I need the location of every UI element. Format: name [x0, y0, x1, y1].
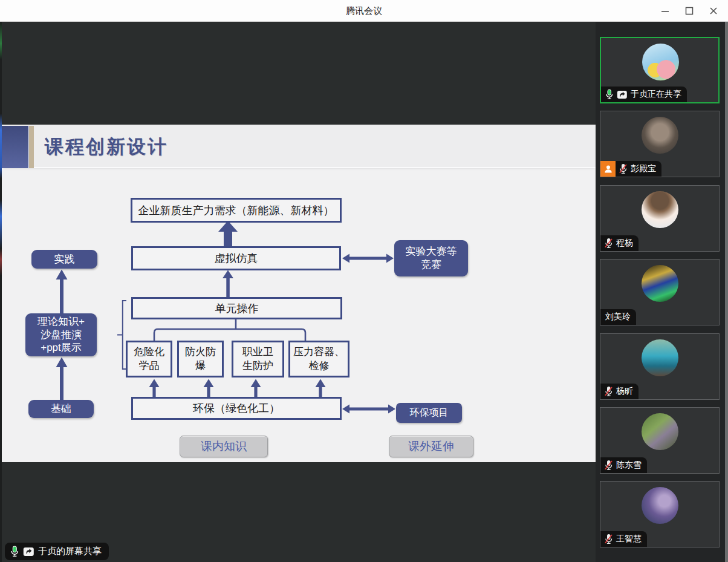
avatar	[642, 191, 678, 228]
close-button[interactable]	[704, 2, 723, 20]
avatar	[642, 413, 678, 450]
participant-name: 于贞正在共享	[631, 89, 681, 100]
mic-muted-icon	[604, 237, 613, 249]
participant-label: 陈东雪	[600, 457, 647, 473]
participants-scrollbar[interactable]	[725, 22, 728, 562]
participant-tile[interactable]: 于贞正在共享	[600, 37, 720, 103]
close-icon	[709, 7, 718, 15]
mic-muted-icon	[604, 459, 613, 471]
member-orange-badge	[600, 161, 616, 177]
participant-label: 彭殿宝	[600, 161, 661, 177]
tencent-meeting-window: 腾讯会议 课程创新设计	[0, 0, 728, 562]
maximize-icon	[685, 7, 694, 15]
screen-share-icon	[23, 547, 34, 557]
participant-tile[interactable]: 彭殿宝	[600, 111, 720, 177]
flow-node-fire-explosion: 防火防 爆	[177, 341, 224, 377]
participant-label: 杨昕	[600, 384, 639, 399]
participant-name: 刘美玲	[605, 312, 631, 322]
participant-tile[interactable]: 程杨	[600, 185, 720, 252]
minimize-icon	[661, 7, 669, 15]
participant-name: 杨昕	[616, 386, 633, 397]
participant-tile[interactable]: 王智慧	[600, 481, 720, 547]
participant-name: 程杨	[616, 238, 633, 249]
screen-share-label: 于贞的屏幕共享	[38, 546, 102, 557]
participant-name: 王智慧	[616, 534, 642, 544]
flow-node-pressure-vessel: 压力容器、 检修	[288, 341, 349, 377]
avatar	[642, 339, 678, 376]
avatar	[642, 44, 679, 80]
flow-node-enterprise-demand: 企业新质生产力需求（新能源、新材料）	[131, 198, 342, 223]
participant-label: 程杨	[600, 235, 639, 251]
participant-tile[interactable]: 刘美玲	[600, 259, 720, 325]
slide-title: 课程创新设计	[45, 125, 168, 168]
flow-node-practice: 实践	[31, 250, 97, 269]
minimize-button[interactable]	[655, 2, 675, 20]
shared-screen-area: 课程创新设计 企业新质生产力需求（新能源、新材料） 虚拟仿真 实验大赛等	[0, 22, 596, 562]
avatar	[642, 117, 678, 154]
participant-name: 陈东雪	[616, 460, 642, 471]
maximize-button[interactable]	[680, 2, 699, 20]
mic-active-icon	[10, 545, 19, 558]
flow-node-theory: 理论知识+ 沙盘推演 +ppt展示	[25, 313, 97, 356]
titlebar: 腾讯会议	[0, 0, 728, 22]
person-icon	[603, 163, 614, 174]
flow-node-occupational-health: 职业卫 生防护	[232, 341, 284, 377]
legend-inner-knowledge: 课内知识	[180, 436, 268, 457]
participant-label: 刘美玲	[600, 309, 636, 325]
avatar	[642, 265, 678, 302]
mic-muted-icon	[604, 385, 613, 397]
presentation-slide: 课程创新设计 企业新质生产力需求（新能源、新材料） 虚拟仿真 实验大赛等	[2, 125, 596, 462]
flow-node-environment: 环保（绿色化工）	[131, 397, 342, 420]
mic-muted-icon	[604, 533, 613, 545]
participants-panel: 于贞正在共享 彭殿宝 程杨	[596, 22, 728, 562]
participant-tile[interactable]: 陈东雪	[600, 407, 720, 474]
avatar	[642, 487, 678, 524]
flow-node-env-project: 环保项目	[396, 403, 462, 423]
window-title: 腾讯会议	[0, 0, 728, 22]
slide-title-band: 课程创新设计	[2, 125, 596, 168]
participant-name: 彭殿宝	[631, 163, 656, 174]
participant-label: 王智慧	[600, 531, 647, 547]
flow-node-competition: 实验大赛等 竞赛	[394, 240, 468, 276]
flow-node-unit-operation: 单元操作	[131, 297, 342, 319]
mic-active-icon	[605, 88, 614, 100]
flow-node-virtual-simulation: 虚拟仿真	[131, 246, 341, 270]
flow-node-hazardous-chemicals: 危险化 学品	[126, 341, 172, 377]
participant-tile[interactable]: 杨昕	[600, 333, 720, 400]
flow-node-base: 基础	[28, 400, 94, 418]
legend-outer-extension: 课外延伸	[389, 436, 473, 457]
screen-share-icon	[617, 90, 628, 99]
screen-share-badge: 于贞的屏幕共享	[5, 543, 109, 560]
participant-label: 于贞正在共享	[601, 87, 687, 102]
title-accent-stripe	[29, 126, 34, 168]
mic-muted-icon	[619, 163, 628, 175]
title-accent-block	[2, 126, 28, 168]
